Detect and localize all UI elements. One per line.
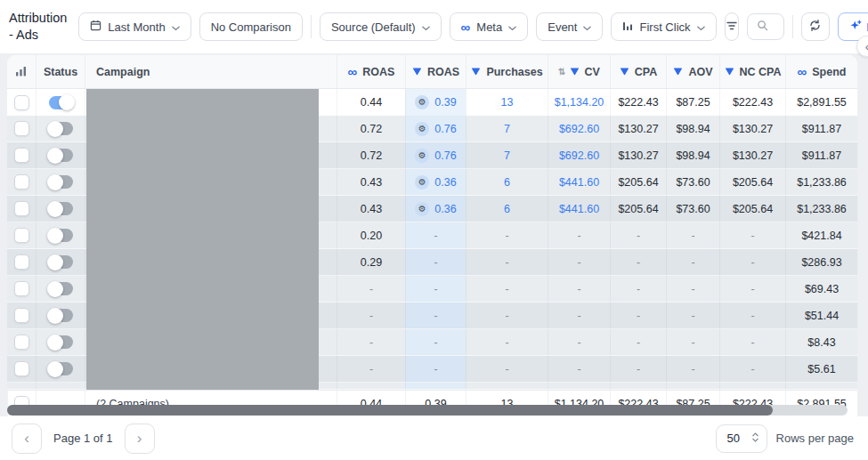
header-cv[interactable]: ⇅ CV: [548, 55, 610, 88]
bar-chart-icon: [622, 20, 633, 34]
spinner-icon: [751, 432, 759, 446]
header-status[interactable]: Status: [36, 55, 85, 88]
chevron-left-icon: ‹: [24, 430, 29, 448]
checkbox[interactable]: [14, 361, 29, 376]
purchases-cell: -: [466, 222, 548, 248]
status-toggle[interactable]: [49, 229, 73, 242]
source-select[interactable]: Source (Default): [320, 12, 442, 41]
horizontal-scrollbar-track[interactable]: [7, 405, 848, 416]
roas-pixel-cell: -: [405, 249, 466, 275]
roas-pixel-cell: -: [405, 222, 466, 248]
checkbox[interactable]: [14, 308, 29, 323]
aov-cell: -: [666, 329, 719, 355]
date-range-label: Last Month: [108, 20, 165, 34]
toggle-knob: [47, 121, 63, 137]
status-toggle[interactable]: [49, 122, 73, 135]
header-roas-meta[interactable]: ∞ ROAS: [337, 55, 405, 88]
checkbox[interactable]: [14, 281, 29, 296]
calendar-icon: [90, 20, 101, 34]
header-spend[interactable]: ∞ Spend: [785, 55, 857, 88]
header-campaign[interactable]: Campaign: [85, 55, 337, 88]
cv-cell[interactable]: $1,134.20: [548, 89, 610, 116]
header-cpa[interactable]: CPA: [610, 55, 666, 88]
roas-meta-cell: 0.29: [337, 249, 405, 275]
status-toggle[interactable]: [49, 202, 73, 215]
roas-pixel-cell[interactable]: ⚙0.36: [405, 169, 466, 195]
purchases-cell[interactable]: 7: [466, 142, 548, 168]
triangle-icon: [673, 66, 683, 78]
event-select[interactable]: Event: [536, 12, 603, 41]
attribution-model-select[interactable]: First Click: [611, 12, 716, 41]
header-aov[interactable]: AOV: [666, 55, 719, 88]
header-purchases[interactable]: Purchases: [466, 55, 548, 88]
rows-per-page-value: 50: [727, 432, 740, 445]
roas-pixel-cell[interactable]: ⚙0.76: [405, 142, 466, 168]
cv-cell[interactable]: $441.60: [548, 196, 610, 222]
refresh-button[interactable]: [801, 12, 830, 41]
spend-cell: $8.43: [785, 329, 857, 355]
status-toggle[interactable]: [49, 362, 73, 375]
date-range-button[interactable]: Last Month: [78, 12, 191, 41]
checkbox[interactable]: [14, 121, 29, 136]
roas-meta-cell: 0.44: [337, 89, 405, 116]
status-toggle[interactable]: [49, 255, 73, 269]
roas-meta-cell: -: [337, 303, 405, 328]
cv-cell[interactable]: $441.60: [548, 169, 610, 195]
roas-pixel-cell[interactable]: ⚙0.36: [405, 196, 466, 222]
cpa-cell: -: [610, 276, 666, 302]
purchases-cell[interactable]: 6: [466, 169, 548, 195]
sort-icon[interactable]: ⇅: [558, 67, 565, 77]
toggle-knob: [47, 281, 63, 297]
next-page-button[interactable]: ›: [125, 424, 155, 454]
status-toggle[interactable]: [49, 175, 73, 189]
purchases-cell[interactable]: 6: [466, 196, 548, 222]
horizontal-scrollbar-thumb[interactable]: [7, 405, 773, 416]
purchases-cell[interactable]: 13: [466, 89, 548, 116]
status-toggle[interactable]: [49, 149, 73, 162]
row-checkbox-cell: [7, 222, 36, 248]
purchases-cell[interactable]: 7: [466, 116, 548, 141]
checkbox[interactable]: [14, 95, 29, 110]
nc-cpa-cell: -: [719, 303, 785, 328]
cv-cell[interactable]: $692.60: [548, 142, 610, 168]
checkbox[interactable]: [14, 254, 29, 270]
roas-pixel-cell[interactable]: ⚙0.76: [405, 116, 466, 141]
status-toggle[interactable]: [49, 335, 73, 349]
header-roas-pixel[interactable]: ROAS: [405, 55, 466, 88]
spend-cell: $286.93: [785, 249, 857, 275]
rows-per-page-select[interactable]: 50: [716, 424, 767, 453]
roas-pixel-cell[interactable]: ⚙0.39: [405, 89, 466, 116]
header-nc-cpa[interactable]: NC CPA: [719, 55, 785, 88]
status-toggle[interactable]: [49, 96, 73, 109]
checkbox[interactable]: [14, 201, 29, 216]
aov-cell: -: [666, 276, 719, 302]
cv-cell[interactable]: $692.60: [548, 116, 610, 141]
platform-select[interactable]: ∞ Meta: [450, 12, 529, 41]
roas-meta-cell: 0.72: [337, 142, 405, 168]
aov-cell: -: [666, 356, 719, 382]
status-toggle[interactable]: [49, 309, 73, 322]
checkbox[interactable]: [14, 174, 29, 190]
roas-pixel-cell: -: [405, 329, 466, 355]
spend-cell: $911.87: [785, 142, 857, 168]
row-status-cell: [36, 89, 85, 116]
campaign-search[interactable]: [747, 13, 784, 40]
comparison-button[interactable]: No Comparison: [199, 12, 303, 41]
checkbox[interactable]: [14, 148, 29, 163]
checkbox[interactable]: [14, 335, 29, 350]
toolbar-right-group: Moby: [792, 12, 868, 41]
checkbox[interactable]: [14, 228, 29, 243]
filter-button[interactable]: [725, 12, 739, 41]
header-select[interactable]: [7, 55, 36, 88]
prev-page-button[interactable]: ‹: [12, 424, 42, 454]
status-toggle[interactable]: [49, 282, 73, 295]
toolbar: Attribution - Ads Last Month No Comparis…: [0, 0, 868, 53]
triangle-icon: [620, 66, 629, 78]
roas-pixel-cell: -: [405, 303, 466, 328]
footer: ‹ Page 1 of 1 › 50 Rows per page: [0, 416, 868, 460]
purchases-cell: -: [466, 329, 548, 355]
nc-cpa-cell: -: [719, 222, 785, 248]
row-status-cell: [36, 249, 85, 275]
purchases-cell: -: [466, 356, 548, 382]
row-checkbox-cell: [7, 356, 36, 382]
